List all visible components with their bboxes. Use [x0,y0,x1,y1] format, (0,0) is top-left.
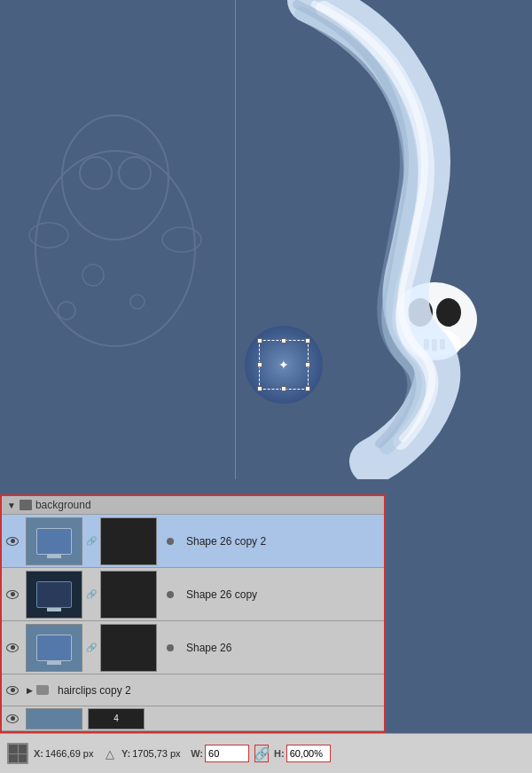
panel-folder-icon [20,500,32,510]
layer-name-2: Shape 26 copy [181,588,384,601]
svg-point-4 [82,264,104,286]
layer-row[interactable]: 🔗 Shape 26 [2,621,384,674]
center-dot-1 [167,538,174,545]
svg-point-7 [29,223,68,248]
h-field-group: H: [274,745,331,762]
lock-col-2: 🔗 [85,589,98,599]
layer-row-group[interactable]: ▶ hairclips copy 2 [2,674,384,706]
group-expand-arrow[interactable]: ▶ [27,686,33,695]
eye-icon-3 [6,643,19,652]
dot-col-3 [160,644,181,651]
svg-point-12 [408,328,461,360]
link-proportions-icon[interactable]: 🔗 [254,745,269,762]
eye-visibility-4[interactable] [2,686,23,695]
layer-mask-thumbnail-1 [100,517,157,565]
svg-point-9 [392,282,477,357]
svg-point-8 [162,227,201,252]
delta-symbol: △ [106,747,114,761]
layers-panel: ▼ background 🔗 Shape 26 copy 2 🔗 [0,494,386,733]
dot-col-1 [160,538,181,545]
eye-visibility-2[interactable] [2,590,23,599]
h-input[interactable] [286,745,331,762]
lock-col-1: 🔗 [85,536,98,546]
handle-bl[interactable] [257,386,262,391]
layer-thumbnail-3 [26,624,82,672]
svg-rect-13 [424,339,429,350]
candy-cane-svg [0,0,532,479]
w-input[interactable] [205,745,249,762]
lock-icon-2: 🔗 [86,589,97,599]
w-label: W: [191,748,203,759]
svg-point-10 [408,298,433,327]
y-field-group: Y: 1705,73 px [121,748,185,759]
svg-point-6 [58,302,75,319]
lock-col-3: 🔗 [85,643,98,652]
layer-name-3: Shape 26 [181,642,384,654]
x-value: 1466,69 px [45,748,98,759]
thumbnail-monitor-1 [36,528,72,555]
layer-row[interactable]: 🔗 Shape 26 copy [2,568,384,621]
eye-icon-2 [6,590,19,599]
handle-tm[interactable] [281,338,286,343]
handle-tr[interactable] [305,338,310,343]
grid-icon[interactable] [7,743,28,764]
svg-rect-14 [432,339,437,351]
eye-icon-4 [6,686,19,695]
x-label: X: [34,748,43,759]
svg-point-1 [62,115,168,240]
guide-line [235,0,236,479]
layer-mask-thumbnail-2 [100,571,157,619]
eye-icon-1 [6,537,19,546]
y-value: 1705,73 px [132,748,185,759]
lock-icon-3: 🔗 [86,643,97,652]
eye-visibility-5[interactable] [2,714,23,723]
layer-mask-thumbnail-5: 4 [88,708,145,730]
layer-thumbnail-5 [26,708,82,730]
center-dot-3 [167,644,174,651]
lock-icon-1: 🔗 [86,536,97,546]
eye-visibility-1[interactable] [2,537,23,546]
layer-mask-thumbnail-3 [100,624,157,672]
folder-icon [36,685,49,695]
svg-point-0 [35,151,195,346]
panel-header: ▼ background [2,496,384,515]
handle-rm[interactable] [305,362,310,367]
w-field-group: W: [191,745,249,762]
bottom-toolbar: X: 1466,69 px △ Y: 1705,73 px W: 🔗 H: [0,733,532,773]
thumbnail-monitor-3 [36,635,72,661]
eye-visibility-3[interactable] [2,643,23,652]
ghost-left-bg [0,0,532,479]
svg-point-11 [436,298,461,327]
y-label: Y: [121,748,130,759]
layer-row-partial[interactable]: 4 [2,706,384,731]
svg-point-3 [119,157,151,189]
thumbnail-monitor-2 [36,581,72,608]
h-label: H: [274,748,285,759]
partial-thumb-label: 4 [113,714,119,723]
layer-thumbnail-2 [26,571,82,619]
layer-thumbnail-1 [26,517,82,565]
selection-box [259,340,309,390]
svg-point-5 [130,295,145,309]
svg-point-2 [80,157,112,189]
panel-title: background [35,499,91,511]
svg-rect-15 [440,339,445,350]
handle-bm[interactable] [281,386,286,391]
dot-col-2 [160,591,181,598]
layer-row[interactable]: 🔗 Shape 26 copy 2 [2,515,384,568]
eye-icon-5 [6,714,19,723]
handle-br[interactable] [305,386,310,391]
handle-tl[interactable] [257,338,262,343]
center-dot-2 [167,591,174,598]
canvas-area [0,0,532,479]
panel-collapse-arrow[interactable]: ▼ [7,501,16,510]
handle-lm[interactable] [257,362,262,367]
layer-name-4: hairclips copy 2 [52,684,384,697]
x-field-group: X: 1466,69 px [34,748,98,759]
layer-name-1: Shape 26 copy 2 [181,535,384,548]
